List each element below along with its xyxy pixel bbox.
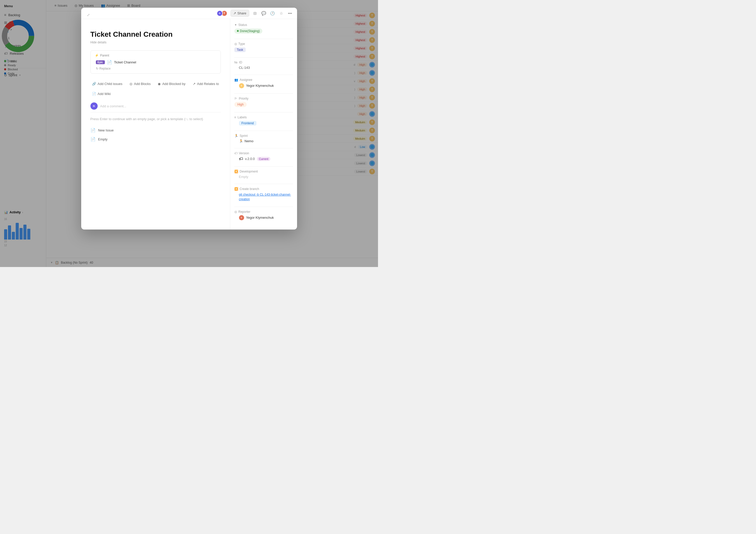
- status-section: ✦ Status Done(Staging): [234, 23, 293, 34]
- divider-2: [234, 57, 293, 58]
- type-value[interactable]: Task: [234, 47, 293, 52]
- replace-icon: ↻: [96, 67, 98, 70]
- parent-header: ⚡ Parent: [95, 54, 216, 57]
- divider-6: [234, 131, 293, 131]
- status-dot: [237, 30, 239, 32]
- divider-4: [234, 93, 293, 94]
- issue-title[interactable]: Ticket Channel Creation: [91, 30, 221, 39]
- template-new-issue[interactable]: 📄 New Issue: [91, 126, 221, 135]
- id-value: CL-143: [234, 66, 293, 69]
- type-section: ◎ Type Task: [234, 42, 293, 52]
- modal-avatar-1: n: [217, 10, 223, 16]
- assignee-value[interactable]: Y Yegor Klymenchuk: [234, 83, 293, 88]
- labels-icon: ≡: [234, 115, 236, 119]
- template-options: 📄 New Issue 📄 Empty: [91, 126, 221, 144]
- expand-icon: ⤢: [87, 13, 90, 17]
- priority-icon: 🏳: [234, 97, 237, 100]
- sprint-detail-label: 🏃 Sprint: [234, 134, 293, 138]
- git-command[interactable]: git checkout -b CL-143-ticket-channel-cr…: [234, 192, 293, 202]
- divider-10: [234, 207, 293, 207]
- assignee-icon: 👥: [234, 78, 238, 82]
- arrow-annotation: [81, 45, 85, 61]
- version-label: 🏷 Version: [234, 151, 293, 155]
- blocked-by-icon: ◉: [158, 82, 161, 86]
- more-options-button[interactable]: •••: [286, 10, 294, 17]
- sprint-icon-sm: 🏃: [239, 139, 243, 143]
- sidebar-toggle-button[interactable]: ⊟: [251, 10, 259, 17]
- modal-left-panel: Ticket Channel Creation Hide details: [81, 19, 230, 230]
- current-badge: Current: [257, 157, 271, 161]
- add-wiki-button[interactable]: 📄 Add Wiki: [91, 91, 112, 97]
- version-tag-icon: 🏷: [239, 157, 243, 161]
- priority-value[interactable]: High: [234, 102, 293, 107]
- add-blocked-by-button[interactable]: ◉ Add Blocked by: [156, 81, 187, 87]
- share-button[interactable]: ↗ Share: [230, 10, 249, 17]
- new-issue-doc-icon: 📄: [91, 128, 95, 133]
- relates-to-icon: ↗: [193, 82, 196, 86]
- comment-row: n Add a comment...: [91, 100, 221, 113]
- modal-content-area: Ticket Channel Creation Hide details: [81, 19, 297, 230]
- development-section: 🔀 Development Empty: [234, 170, 293, 179]
- priority-label: 🏳 Priority: [234, 97, 293, 100]
- assignee-avatar: Y: [239, 83, 244, 88]
- labels-value[interactable]: Frontend: [234, 121, 293, 126]
- development-label: 🔀 Development: [234, 170, 293, 173]
- version-section: 🏷 Version 🏷 v.2.0.0 Current: [234, 151, 293, 161]
- type-icon: ◎: [234, 42, 237, 46]
- epic-badge: Epic: [96, 60, 105, 64]
- add-relates-to-button[interactable]: ↗ Add Relates to: [191, 81, 221, 87]
- status-icon: ✦: [234, 23, 237, 27]
- labels-label: ≡ Labels: [234, 115, 293, 119]
- add-blocks-button[interactable]: ◎ Add Blocks: [128, 81, 152, 87]
- divider-1: [234, 39, 293, 39]
- create-branch-section: 🔀 Create branch git checkout -b CL-143-t…: [234, 187, 293, 202]
- reporter-avatar: Y: [239, 215, 244, 220]
- comment-input[interactable]: Add a comment...: [100, 104, 221, 108]
- reporter-value[interactable]: Y Yegor Klymenchuk: [234, 215, 293, 220]
- template-hint: Press Enter to continue with an empty pa…: [91, 113, 221, 124]
- parent-section: ⚡ Parent Epic 📄 Ticket Channel ↻ Replace: [91, 50, 221, 74]
- sprint-detail-icon: 🏃: [234, 134, 238, 138]
- development-value: Empty: [234, 175, 293, 179]
- comment-button[interactable]: 💬: [260, 10, 268, 17]
- modal-overlay[interactable]: ⤢ n Y ↗ Share ⊟ 💬 🕐 ☆ •••: [0, 0, 378, 267]
- id-section: № ID CL-143: [234, 61, 293, 69]
- divider-5: [234, 112, 293, 113]
- development-icon: 🔀: [234, 170, 238, 173]
- type-label: ◎ Type: [234, 42, 293, 46]
- parent-name[interactable]: Ticket Channel: [114, 60, 136, 64]
- actions-row: 🔗 Add Child issues ◎ Add Blocks ◉ Add Bl…: [91, 78, 221, 100]
- history-button[interactable]: 🕐: [269, 10, 277, 17]
- hide-details-button[interactable]: Hide details: [91, 40, 221, 44]
- doc-icon: 📄: [107, 60, 112, 65]
- assignee-section: 👥 Assignee Y Yegor Klymenchuk: [234, 78, 293, 88]
- child-issues-icon: 🔗: [92, 82, 96, 86]
- divider-3: [234, 75, 293, 75]
- sprint-detail-section: 🏃 Sprint 🏃 Nemo: [234, 134, 293, 143]
- id-label: № ID: [234, 61, 293, 64]
- blocks-icon: ◎: [129, 82, 132, 86]
- version-icon: 🏷: [234, 151, 237, 155]
- expand-button[interactable]: ⤢: [85, 11, 92, 18]
- version-value[interactable]: 🏷 v.2.0.0 Current: [234, 157, 293, 161]
- share-icon: ↗: [233, 11, 236, 15]
- reporter-icon: ◎: [234, 210, 237, 214]
- modal-avatars: n Y: [217, 10, 228, 16]
- status-label: ✦ Status: [234, 23, 293, 27]
- modal-right-panel: ✦ Status Done(Staging) ◎ Ty: [230, 19, 297, 230]
- bookmark-button[interactable]: ☆: [278, 10, 285, 17]
- template-empty[interactable]: 📄 Empty: [91, 135, 221, 144]
- status-value[interactable]: Done(Staging): [234, 28, 293, 34]
- divider-7: [234, 148, 293, 148]
- priority-section: 🏳 Priority High: [234, 97, 293, 107]
- modal-top-actions: n Y ↗ Share ⊟ 💬 🕐 ☆ •••: [217, 10, 294, 17]
- replace-button[interactable]: ↻ Replace: [96, 67, 216, 70]
- branch-icon: 🔀: [234, 187, 238, 191]
- id-icon: №: [234, 61, 238, 64]
- assignee-label: 👥 Assignee: [234, 78, 293, 82]
- bolt-icon: ⚡: [95, 54, 99, 57]
- sprint-detail-value[interactable]: 🏃 Nemo: [234, 139, 293, 143]
- wiki-action-icon: 📄: [92, 92, 96, 96]
- labels-section: ≡ Labels Frontend: [234, 115, 293, 126]
- add-child-issues-button[interactable]: 🔗 Add Child issues: [91, 81, 124, 87]
